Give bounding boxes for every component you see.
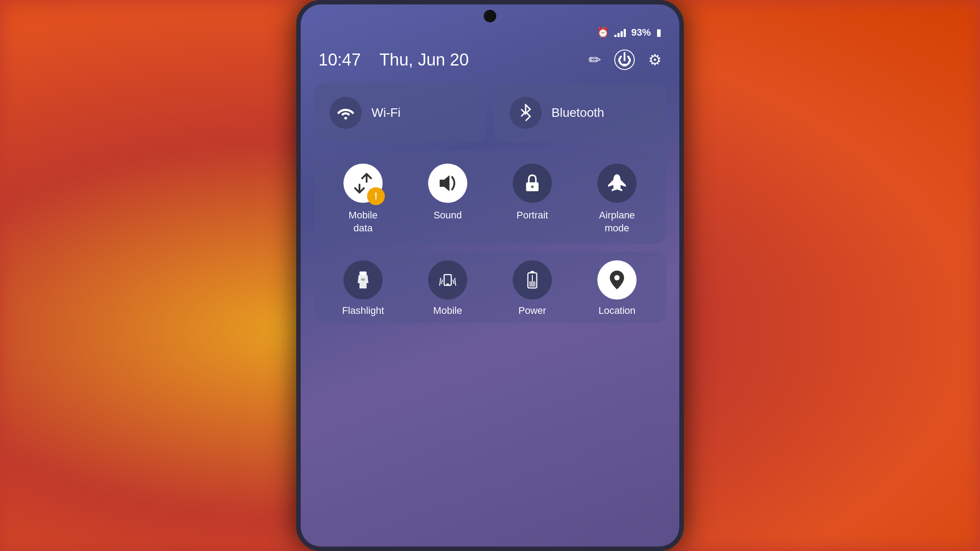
location-label: Location [598,305,635,317]
status-bar: ⏰ 93% ▮ [301,25,679,43]
bottom-inner: Flashlight [323,260,657,317]
time-display: 10:47 [318,50,361,69]
mobile-hotspot-label: Mobile [433,305,462,317]
svg-rect-6 [446,284,449,285]
bluetooth-icon [519,104,532,122]
wifi-icon-circle [330,97,362,129]
status-right: ⏰ 93% ▮ [597,27,662,38]
mobile-data-item[interactable]: ! Mobiledata [323,164,403,234]
sound-label: Sound [433,209,462,222]
phone-frame: ⏰ 93% ▮ 10:47 Thu, Jun 20 ✏ [296,0,684,551]
date-display: Thu, Jun 20 [380,50,469,69]
airplane-label: Airplanemode [599,209,635,234]
location-icon [608,270,626,290]
battery-level: 93% [631,27,651,38]
airplane-icon [606,173,628,194]
wifi-label: Wi-Fi [372,106,400,120]
flashlight-item[interactable]: Flashlight [323,260,403,317]
mobile-hotspot-icon-circle [428,260,467,300]
power-icon[interactable]: ⏻ [614,49,635,70]
bluetooth-tile[interactable]: Bluetooth [494,83,666,142]
svg-rect-8 [531,271,534,273]
location-item[interactable]: Location [577,260,657,317]
power-saving-icon [526,270,539,290]
location-icon-circle [597,260,637,300]
date-time: 10:47 Thu, Jun 20 [318,50,469,70]
power-saving-item[interactable]: Power [492,260,572,317]
bottom-row-panel: Flashlight [314,251,666,323]
warning-badge: ! [367,187,385,205]
svg-rect-9 [529,281,535,287]
top-bar: 10:47 Thu, Jun 20 ✏ ⏻ ⚙ [301,43,679,79]
power-saving-label: Power [519,305,546,317]
wifi-icon [337,106,354,119]
top-row: Wi-Fi Bluetooth [314,83,666,142]
edit-icon[interactable]: ✏ [588,51,601,69]
signal-icon [614,28,626,37]
sound-item[interactable]: Sound [408,164,488,234]
mobile-hotspot-item[interactable]: Mobile [408,260,488,317]
svg-point-2 [531,185,534,188]
grid-inner: ! Mobiledata So [323,164,657,234]
airplane-item[interactable]: Airplanemode [577,164,657,234]
flashlight-label: Flashlight [342,305,384,317]
svg-rect-3 [359,271,367,275]
power-saving-icon-circle [513,260,552,300]
mobile-data-icon: ! [343,164,383,203]
sound-icon [437,173,458,193]
grid-panel: ! Mobiledata So [314,150,666,243]
flashlight-icon-circle [343,260,383,300]
portrait-icon-circle [513,164,552,203]
sound-icon-circle [428,164,467,203]
camera-area [301,4,679,25]
flashlight-icon [355,270,371,290]
svg-point-4 [361,278,365,281]
action-icons: ✏ ⏻ ⚙ [588,49,662,70]
camera-notch [484,10,496,22]
portrait-lock-icon [524,173,540,193]
quick-settings: Wi-Fi Bluetooth [301,79,679,547]
grid-row: ! Mobiledata So [314,150,666,243]
phone-screen: ⏰ 93% ▮ 10:47 Thu, Jun 20 ✏ [301,4,679,547]
bluetooth-label: Bluetooth [551,106,604,120]
settings-icon[interactable]: ⚙ [648,51,662,69]
alarm-icon: ⏰ [597,27,609,38]
mobile-data-label: Mobiledata [349,209,378,234]
portrait-label: Portrait [517,209,548,222]
wifi-tile[interactable]: Wi-Fi [314,83,486,142]
bluetooth-icon-circle [510,97,542,129]
battery-icon: ▮ [656,27,662,38]
svg-point-0 [344,117,347,119]
portrait-item[interactable]: Portrait [492,164,572,234]
mobile-hotspot-icon [439,271,457,289]
side-button [679,156,684,192]
svg-point-11 [614,275,620,280]
airplane-icon-circle [597,164,637,203]
